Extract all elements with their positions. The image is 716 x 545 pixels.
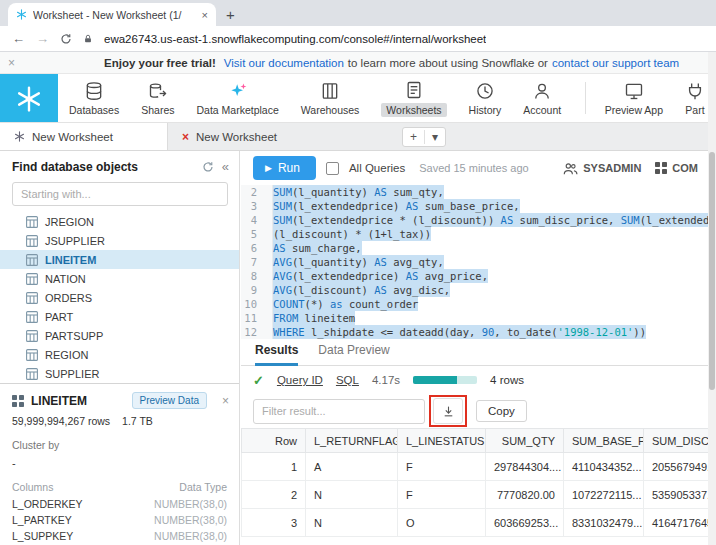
code-line[interactable]: 7AVG(l_quantity) AS avg_qty, [241,255,708,269]
docs-link[interactable]: Visit our documentation [224,57,344,69]
table-icon [26,216,38,228]
banner-close-icon[interactable]: × [8,56,15,70]
tree-item-label: PARTSUPP [45,330,103,342]
nav-item-history[interactable]: History [458,74,513,122]
worksheet-list-chevron-icon[interactable]: ▾ [425,128,445,146]
code-line[interactable]: 6AS sum_charge, [241,241,708,255]
column-header[interactable]: SUM_DISC_PRI [644,429,709,453]
tree-item[interactable]: LINEITEM [0,250,239,269]
tab-results[interactable]: Results [255,339,298,366]
code-line[interactable]: 11FROM lineitem [241,311,708,325]
table-cell: 8331032479... [564,509,644,537]
warehouse-name: COM [672,162,698,174]
url-text[interactable]: ewa26743.us-east-1.snowflakecomputing.co… [104,33,486,45]
column-header[interactable]: L_RETURNFLAG [306,429,398,453]
table-icon [26,254,38,266]
tree-item[interactable]: PART [0,307,239,326]
code-line[interactable]: 3SUM(l_extendedprice) AS sum_base_price, [241,199,708,213]
role-selector[interactable]: SYSADMIN [563,162,641,175]
worksheet-tab-tools: + ▾ [402,127,446,147]
tab-close-icon[interactable]: × [202,9,208,21]
sql-editor[interactable]: 2SUM(l_quantity) AS sum_qty,3SUM(l_exten… [241,185,708,339]
reload-icon[interactable] [60,33,72,45]
filter-result-input[interactable] [253,399,425,424]
download-results-button[interactable] [433,398,463,424]
table-icon [26,368,38,380]
worksheet-tab-label: New Worksheet [32,131,113,143]
snowflake-logo[interactable] [0,74,58,123]
table-icon [26,235,38,247]
close-panel-icon[interactable]: × [222,394,229,408]
tree-item[interactable]: PARTSUPP [0,326,239,345]
column-header[interactable]: SUM_QTY [486,429,564,453]
all-queries-checkbox[interactable] [326,162,339,175]
back-icon[interactable]: ← [12,31,25,46]
tree-item[interactable]: ORDERS [0,288,239,307]
line-number: 7 [241,255,265,269]
all-queries-label: All Queries [349,162,405,174]
nav-item-warehouses[interactable]: Warehouses [290,74,371,122]
table-cell: 297844304.... [486,453,564,481]
cluster-by-label: Cluster by [0,429,239,451]
column-name: L_ORDERKEY [12,498,83,510]
code-line[interactable]: 10COUNT(*) as count_order [241,297,708,311]
nav-item-account[interactable]: Account [512,74,572,122]
collapse-sidebar-icon[interactable]: « [222,159,229,174]
code-line[interactable]: 8AVG(l_extendedprice) AS avg_price, [241,269,708,283]
column-row: L_ORDERKEY NUMBER(38,0) [0,496,239,512]
code-text: SUM(l_extendedprice) AS sum_base_price, [273,199,520,213]
code-line[interactable]: 5(l_discount) * (1+l_tax)) [241,227,708,241]
column-header[interactable]: L_LINESTATUS [398,429,486,453]
browser-tab[interactable]: Worksheet - New Worksheet (1/ × [8,3,216,26]
worksheet-tab-label: New Worksheet [196,131,277,143]
forward-icon[interactable]: → [36,31,49,46]
tree-item[interactable]: SUPPLIER [0,364,239,383]
nav-item-worksheets[interactable]: Worksheets [370,74,457,122]
table-row[interactable]: 2NF7770820.001072272115...535905337... [242,481,709,509]
preview-app-icon [624,81,644,101]
code-line[interactable]: 2SUM(l_quantity) AS sum_qty, [241,185,708,199]
code-line[interactable]: 9AVG(l_discount) AS avg_disc, [241,283,708,297]
tree-item[interactable]: JREGION [0,212,239,231]
column-header[interactable]: SUM_BASE_PRI [564,429,644,453]
refresh-icon[interactable] [202,161,214,173]
code-line[interactable]: 12WHERE l_shipdate <= dateadd(day, 90, t… [241,325,708,339]
table-cell: 1 [242,453,306,481]
scrollbar-thumb[interactable] [709,152,715,390]
nav-item-shares[interactable]: Shares [130,74,185,122]
page-scrollbar[interactable] [708,52,716,545]
table-icon [26,273,38,285]
worksheet-tab-active[interactable]: New Worksheet [0,123,168,150]
sql-link[interactable]: SQL [336,374,359,386]
run-button[interactable]: ▶ Run [253,156,316,180]
code-line[interactable]: 4SUM(l_extendedprice * (l_discount)) AS … [241,213,708,227]
warehouse-selector[interactable]: COM [655,162,698,174]
tree-item[interactable]: JSUPPLIER [0,231,239,250]
column-header[interactable]: Row [242,429,306,453]
close-worksheet-icon[interactable]: × [182,130,189,144]
object-search-input[interactable] [12,182,228,206]
query-duration: 4.17s [372,374,400,386]
support-link[interactable]: contact our support team [552,57,679,69]
lock-icon[interactable] [83,33,93,45]
table-row[interactable]: 3NO603669253...8331032479...4164717645..… [242,509,709,537]
nav-item-databases[interactable]: Databases [58,74,130,122]
nav-label: Part [685,104,704,116]
copy-button[interactable]: Copy [476,400,527,422]
nav-label: History [469,104,502,116]
nav-label: Preview App [605,104,663,116]
new-tab-icon[interactable]: + [226,6,235,23]
preview-data-button[interactable]: Preview Data [132,392,207,409]
line-number: 9 [241,283,265,297]
tree-item[interactable]: NATION [0,269,239,288]
column-type: NUMBER(38,0) [154,514,227,526]
tree-item[interactable]: REGION [0,345,239,364]
nav-item-preview-app[interactable]: Preview App [594,74,674,122]
worksheet-tab-inactive[interactable]: × New Worksheet [168,123,336,150]
tab-data-preview[interactable]: Data Preview [318,339,389,366]
add-worksheet-icon[interactable]: + [403,128,424,146]
table-row[interactable]: 1AF297844304....4110434352...205567949..… [242,453,709,481]
line-number: 8 [241,269,265,283]
query-id-link[interactable]: Query ID [277,374,323,386]
nav-item-data-marketplace[interactable]: Data Marketplace [185,74,289,122]
